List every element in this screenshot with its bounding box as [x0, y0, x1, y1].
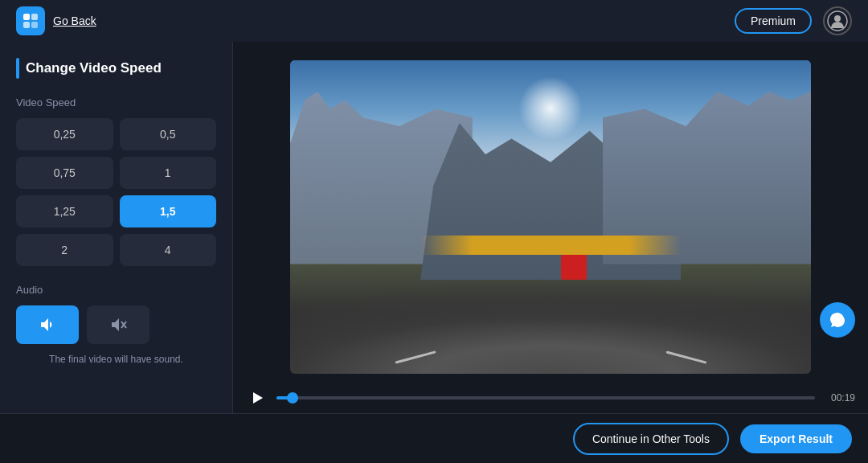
svg-rect-1: [31, 14, 38, 20]
video-frame: [290, 60, 811, 374]
road-object: [561, 255, 587, 280]
chat-bubble-button[interactable]: [820, 302, 855, 338]
speed-btn-125[interactable]: 1,25: [16, 195, 113, 227]
sidebar: Change Video Speed Video Speed 0,25 0,5 …: [0, 42, 233, 413]
video-speed-label: Video Speed: [16, 96, 216, 109]
video-controls: 00:19: [233, 384, 868, 413]
video-area: 00:19: [233, 42, 868, 413]
video-background: [290, 60, 811, 374]
go-back-link[interactable]: Go Back: [53, 14, 96, 27]
sidebar-title-bar: Change Video Speed: [16, 58, 216, 79]
progress-bar[interactable]: [276, 396, 815, 399]
sun-glare: [518, 76, 583, 141]
audio-on-button[interactable]: [16, 305, 79, 344]
continue-other-tools-button[interactable]: Continue in Other Tools: [573, 423, 729, 455]
speed-btn-025[interactable]: 0,25: [16, 118, 113, 150]
speed-btn-075[interactable]: 0,75: [16, 157, 113, 189]
audio-off-button[interactable]: [87, 305, 149, 344]
progress-thumb[interactable]: [287, 392, 298, 404]
header-left: Go Back: [16, 6, 96, 35]
header-right: Premium: [735, 6, 852, 35]
audio-buttons: [16, 305, 216, 344]
speed-grid: 0,25 0,5 0,75 1 1,25 1,5 2 4: [16, 118, 216, 266]
export-result-button[interactable]: Export Result: [740, 424, 852, 453]
speed-btn-2[interactable]: 2: [16, 234, 113, 266]
audio-note: The final video will have sound.: [16, 354, 216, 365]
header: Go Back Premium: [0, 0, 868, 42]
svg-rect-0: [23, 14, 30, 20]
premium-button[interactable]: Premium: [735, 8, 812, 34]
title-accent: [16, 58, 19, 79]
sidebar-title: Change Video Speed: [26, 60, 162, 76]
svg-rect-3: [31, 22, 38, 28]
speed-btn-4[interactable]: 4: [120, 234, 217, 266]
main-content: Change Video Speed Video Speed 0,25 0,5 …: [0, 42, 868, 413]
audio-label: Audio: [16, 284, 216, 296]
bottom-bar: Continue in Other Tools Export Result: [0, 413, 868, 463]
speed-btn-15[interactable]: 1,5: [120, 195, 217, 227]
road-barrier: [420, 236, 681, 254]
svg-marker-8: [253, 392, 263, 404]
user-avatar[interactable]: [823, 6, 852, 35]
audio-section: Audio The final video will have sou: [16, 284, 216, 365]
play-button[interactable]: [246, 391, 268, 405]
svg-point-5: [834, 15, 841, 22]
svg-rect-2: [23, 22, 30, 28]
app-logo: [16, 6, 45, 35]
time-label: 00:19: [823, 392, 855, 404]
video-container: [233, 42, 868, 384]
speed-btn-1[interactable]: 1: [120, 157, 217, 189]
speed-btn-05[interactable]: 0,5: [120, 118, 217, 150]
